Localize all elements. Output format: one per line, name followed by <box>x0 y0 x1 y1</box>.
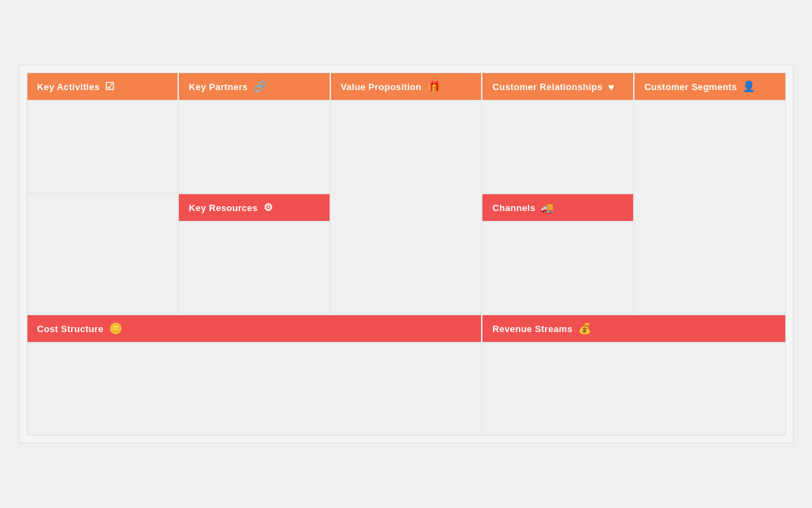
revenue-streams-label: Revenue Streams <box>492 324 573 334</box>
key-activities-body-top[interactable] <box>27 101 178 193</box>
canvas-wrapper: Key Activities ☑ Key Partners 🔗 Value Pr… <box>19 65 794 443</box>
customer-relationships-body-bottom[interactable] <box>482 222 633 314</box>
value-proposition-body[interactable] <box>331 101 482 314</box>
value-proposition-header[interactable]: Value Proposition 🎁 <box>331 73 482 100</box>
bmc-grid: Key Activities ☑ Key Partners 🔗 Value Pr… <box>27 72 786 436</box>
key-resources-icon: ⚙ <box>263 201 273 214</box>
revenue-streams-icon: 💰 <box>578 322 592 335</box>
key-activities-body-bottom[interactable] <box>27 194 178 314</box>
customer-segments-icon: 👤 <box>742 80 756 93</box>
customer-segments-label: Customer Segments <box>644 82 737 92</box>
customer-segments-body[interactable] <box>635 101 785 314</box>
customer-relationships-icon: ♥ <box>608 81 614 93</box>
key-resources-label: Key Resources <box>189 203 258 213</box>
channels-label: Channels <box>492 203 535 213</box>
cost-structure-label: Cost Structure <box>37 324 104 334</box>
customer-relationships-label: Customer Relationships <box>492 82 602 92</box>
key-activities-label: Key Activities <box>37 82 100 92</box>
cost-structure-body[interactable] <box>27 343 482 435</box>
revenue-streams-header[interactable]: Revenue Streams 💰 <box>482 315 785 342</box>
customer-relationships-body-top[interactable] <box>482 101 633 193</box>
channels-icon: 🚚 <box>541 201 554 214</box>
cost-structure-icon: 🪙 <box>109 322 123 335</box>
key-partners-body-bottom[interactable] <box>179 222 330 314</box>
cost-structure-header[interactable]: Cost Structure 🪙 <box>27 315 482 342</box>
key-resources-header[interactable]: Key Resources ⚙ <box>179 194 330 221</box>
key-activities-header[interactable]: Key Activities ☑ <box>27 73 178 100</box>
revenue-streams-body[interactable] <box>482 343 785 435</box>
value-proposition-label: Value Proposition <box>341 82 422 92</box>
key-partners-label: Key Partners <box>189 82 248 92</box>
key-activities-icon: ☑ <box>105 80 114 93</box>
key-partners-header[interactable]: Key Partners 🔗 <box>179 73 330 100</box>
customer-segments-header[interactable]: Customer Segments 👤 <box>635 73 785 100</box>
channels-header[interactable]: Channels 🚚 <box>482 194 633 221</box>
key-partners-body-top[interactable] <box>179 101 330 193</box>
value-proposition-icon: 🎁 <box>427 80 441 93</box>
customer-relationships-header[interactable]: Customer Relationships ♥ <box>482 73 633 100</box>
key-partners-icon: 🔗 <box>254 80 267 93</box>
